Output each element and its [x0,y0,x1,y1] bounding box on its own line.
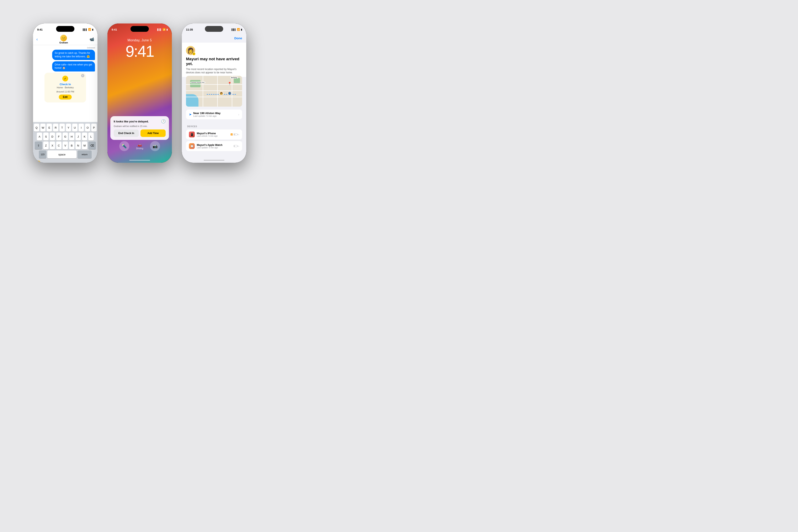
key-o[interactable]: O [85,124,90,132]
phone-messages: 9:41 ▌▌▌ 📶 ▮ ‹ 😊 Graham 📹 Delivered So g… [33,23,97,163]
driving-mode-indicator: 🚗 Driving [136,142,143,150]
key-p[interactable]: P [91,124,97,132]
delete-key[interactable]: ⌫ [88,141,96,149]
watch-last-update: Last update: 5 min ago [197,147,222,149]
iphone-name: Mayuri's iPhone [197,132,217,135]
number-key[interactable]: 123 [39,150,46,158]
notification-header: It looks like you're delayed. 🕐 [114,119,166,124]
iphone-status-icons: 📶 › [230,133,239,136]
key-y[interactable]: Y [66,124,71,132]
key-e[interactable]: E [46,124,52,132]
flashlight-button[interactable]: 🔦 [119,141,129,151]
lock-date: Monday, June 5 [108,38,172,42]
keyboard-bottom-bar: 🙂 🎤 [34,159,97,163]
iphone-battery-icon [233,133,237,135]
key-g[interactable]: G [62,133,68,140]
map-grid: Berkeley Berkeley Aquatic Park 📍 👩 👤 [186,76,242,107]
lock-notification: It looks like you're delayed. 🕐 Graham w… [110,116,169,140]
checkin-card: ✕ ✓ Check In Home · Berkeley Around 11:0… [44,73,86,102]
checkin-edit-button[interactable]: Edit [59,95,72,99]
location-row[interactable]: ➤ Near 190 Allston Way Last update: 5 mi… [186,110,242,119]
signal-icon-3: ▌▌▌ [232,28,236,31]
iphone-last-update: Last unlock: 5 min ago [197,135,217,137]
space-key[interactable]: space [48,150,76,158]
key-w[interactable]: W [40,124,46,132]
key-a[interactable]: A [37,133,42,140]
checkin-close-button[interactable]: ✕ [81,74,84,77]
key-i[interactable]: I [79,124,84,132]
key-k[interactable]: K [82,133,87,140]
return-key[interactable]: return [77,150,92,158]
key-t[interactable]: T [59,124,65,132]
destination-pin: 📍 [228,82,232,86]
end-checkin-button[interactable]: End Check In [114,130,139,137]
watch-row-chevron: › [238,145,239,148]
camera-button[interactable]: 📷 [150,141,160,151]
dynamic-island [56,26,74,32]
bubble-text-2: Drive safe—text me when you get home! 🏠 [52,61,95,72]
video-call-button[interactable]: 📹 [90,37,94,42]
key-f[interactable]: F [56,133,61,140]
warning-badge: ⚠ [192,52,195,56]
location-map[interactable]: Berkeley Berkeley Aquatic Park 📍 👩 👤 [186,76,242,107]
road-v2 [217,76,218,107]
key-z[interactable]: Z [43,141,49,149]
key-v[interactable]: V [62,141,68,149]
key-q[interactable]: Q [34,124,39,132]
key-c[interactable]: C [56,141,61,149]
status-time-3: 11:35 [186,28,193,31]
key-x[interactable]: X [50,141,55,149]
keyboard-row-4: 123 space return [34,150,97,158]
delivered-label: Delivered [36,47,95,49]
road-h3 [186,97,242,97]
battery-icon-1: ▮ [92,28,93,31]
notification-clock-icon: 🕐 [161,119,166,124]
status-icons-2: ▌▌▌ 📶 ▮ [157,28,168,31]
back-button[interactable]: ‹ [36,37,38,42]
watch-battery-fill [234,146,235,147]
bubble-text-1: So great to catch up. Thanks for letting… [52,50,95,60]
emoji-key[interactable]: 🙂 [36,160,41,163]
watch-battery-icon [233,145,237,147]
key-u[interactable]: U [72,124,77,132]
device-watch-row[interactable]: ⌚ Mayuri's Apple Watch Last update: 5 mi… [186,141,242,151]
key-l[interactable]: L [88,133,94,140]
wifi-icon-2: 📶 [163,28,166,31]
device-iphone-row[interactable]: 📱 Mayuri's iPhone Last unlock: 5 min ago… [186,130,242,139]
checkin-alert-header: Done [182,34,246,43]
key-b[interactable]: B [69,141,74,149]
watch-status-icons: › [233,145,239,148]
map-park-2 [234,78,240,83]
done-button[interactable]: Done [234,36,242,40]
lock-time: 9:41 [108,42,172,60]
key-n[interactable]: N [75,141,81,149]
add-time-button[interactable]: Add Time [140,130,166,137]
phone-lockscreen: 9:41 ▌▌▌ 📶 ▮ Monday, June 5 9:41 It look… [108,23,172,163]
location-name: Near 190 Allston Way [193,112,221,115]
road-v3 [232,76,232,107]
checkin-location: Home · Berkeley [48,86,83,89]
device-iphone-info: 📱 Mayuri's iPhone Last unlock: 5 min ago [189,132,217,137]
key-j[interactable]: J [75,133,81,140]
key-d[interactable]: D [50,133,55,140]
signal-icon-1: ▌▌▌ [83,28,87,31]
status-icons-1: ▌▌▌ 📶 ▮ [83,28,93,31]
microphone-key[interactable]: 🎤 [90,160,95,163]
lock-bottom-controls: 🔦 🚗 Driving 📷 [108,141,172,151]
messages-header: ‹ 😊 Graham 📹 [33,34,97,45]
contact-info[interactable]: 😊 Graham [59,35,68,44]
key-h[interactable]: H [69,133,74,140]
message-bubble-sent-2: Drive safe—text me when you get home! 🏠 [36,61,95,72]
key-r[interactable]: R [53,124,58,132]
shift-key[interactable]: ⇧ [35,141,42,149]
map-label-park: Berkeley Aquatic Park [191,82,205,83]
driving-label: Driving [136,147,143,150]
checkin-home-indicator [204,160,225,160]
watch-icon: ⌚ [189,143,195,149]
key-m[interactable]: M [82,141,87,149]
iphone-icon: 📱 [189,132,195,137]
watch-name: Mayuri's Apple Watch [197,144,222,147]
key-s[interactable]: S [43,133,49,140]
avatar-row: 👩 ⚠ [186,46,242,55]
checkin-check-icon: ✓ [62,76,68,81]
